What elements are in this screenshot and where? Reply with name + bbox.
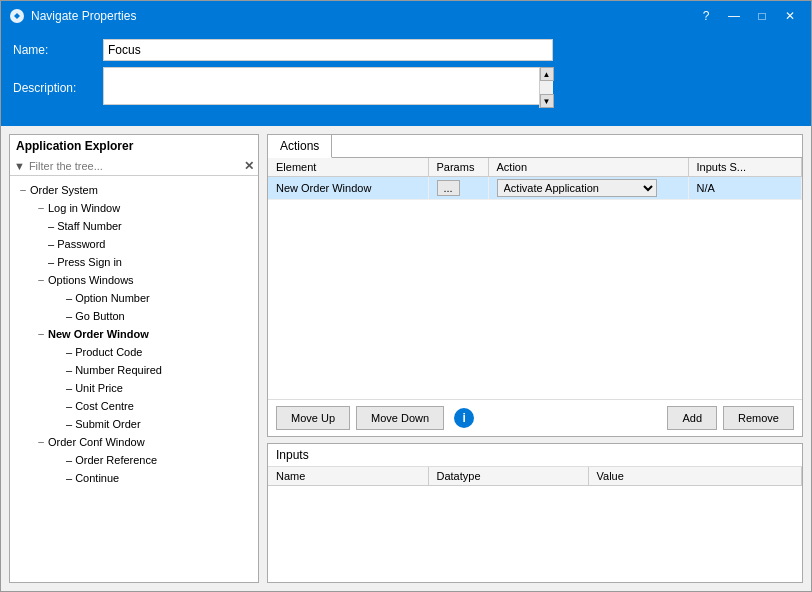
left-panel: Application Explorer ▼ ✕ – Order System … xyxy=(9,134,259,583)
tree-row-staff-number[interactable]: – Staff Number xyxy=(32,217,254,235)
close-button[interactable]: ✕ xyxy=(777,6,803,26)
filter-row: ▼ ✕ xyxy=(10,157,258,176)
filter-icon: ▼ xyxy=(14,160,25,172)
tree-label-product-code: – Product Code xyxy=(66,343,142,361)
window-controls: ? — □ ✕ xyxy=(693,6,803,26)
name-row: Name: xyxy=(13,39,799,61)
name-label: Name: xyxy=(13,43,103,57)
action-bar: Move Up Move Down i Add Remove xyxy=(268,399,802,436)
scroll-down-arrow[interactable]: ▼ xyxy=(540,94,554,108)
name-input[interactable] xyxy=(103,39,553,61)
tree-label-order-conf-window: Order Conf Window xyxy=(48,433,145,451)
tree-label-go-button: – Go Button xyxy=(66,307,125,325)
tree-row-go-button[interactable]: – Go Button xyxy=(50,307,254,325)
tab-bar: Actions xyxy=(268,135,802,158)
description-scrollbar[interactable]: ▲ ▼ xyxy=(539,67,553,108)
inputs-table-wrap: Name Datatype Value xyxy=(268,467,802,582)
tree-row-new-order-window[interactable]: – New Order Window xyxy=(32,325,254,343)
filter-clear-button[interactable]: ✕ xyxy=(244,159,254,173)
window-title: Navigate Properties xyxy=(31,9,693,23)
right-panel: Actions Element Params Action Inputs S..… xyxy=(267,134,803,583)
action-select[interactable]: Activate Application xyxy=(497,179,657,197)
tree-label-order-reference: – Order Reference xyxy=(66,451,157,469)
tree: – Order System – Log in Window – Staff N… xyxy=(10,176,258,582)
tree-row-option-number[interactable]: – Option Number xyxy=(50,289,254,307)
minimize-button[interactable]: — xyxy=(721,6,747,26)
cell-inputs: N/A xyxy=(688,177,802,200)
tree-label-order-system: Order System xyxy=(30,181,98,199)
tree-label-new-order-window: New Order Window xyxy=(48,325,149,343)
tree-label-password: – Password xyxy=(48,235,105,253)
actions-tab-panel: Actions Element Params Action Inputs S..… xyxy=(267,134,803,437)
subtree-order-system: – Log in Window – Staff Number – Passwor… xyxy=(14,199,254,487)
cell-action: Activate Application xyxy=(488,177,688,200)
description-wrap: ▲ ▼ xyxy=(103,67,553,108)
scroll-up-arrow[interactable]: ▲ xyxy=(540,67,554,81)
col-element: Element xyxy=(268,158,428,177)
expand-icon-options: – xyxy=(34,271,48,289)
description-label: Description: xyxy=(13,81,103,95)
subtree-order-conf: – Order Reference – Continue xyxy=(32,451,254,487)
cell-element: New Order Window xyxy=(268,177,428,200)
tree-row-product-code[interactable]: – Product Code xyxy=(50,343,254,361)
tree-row-unit-price[interactable]: – Unit Price xyxy=(50,379,254,397)
col-inputs: Inputs S... xyxy=(688,158,802,177)
expand-icon-order-system: – xyxy=(16,181,30,199)
inputs-table-header: Name Datatype Value xyxy=(268,467,802,486)
content-area: Application Explorer ▼ ✕ – Order System … xyxy=(1,126,811,591)
header-area: Name: Description: ▲ ▼ xyxy=(1,31,811,126)
tree-row-options-windows[interactable]: – Options Windows xyxy=(32,271,254,289)
description-input[interactable] xyxy=(103,67,553,105)
tree-label-cost-centre: – Cost Centre xyxy=(66,397,134,415)
inputs-table: Name Datatype Value xyxy=(268,467,802,486)
help-button[interactable]: ? xyxy=(693,6,719,26)
tree-label-staff-number: – Staff Number xyxy=(48,217,122,235)
tree-row-submit-order[interactable]: – Submit Order xyxy=(50,415,254,433)
inputs-col-name: Name xyxy=(268,467,428,486)
tree-label-continue: – Continue xyxy=(66,469,119,487)
tree-row-order-system[interactable]: – Order System xyxy=(14,181,254,199)
tree-row-log-in-window[interactable]: – Log in Window xyxy=(32,199,254,217)
table-row[interactable]: New Order Window ... Activate Applicatio… xyxy=(268,177,802,200)
tree-label-option-number: – Option Number xyxy=(66,289,150,307)
col-params: Params xyxy=(428,158,488,177)
description-row: Description: ▲ ▼ xyxy=(13,67,799,108)
actions-table-body: New Order Window ... Activate Applicatio… xyxy=(268,177,802,200)
remove-button[interactable]: Remove xyxy=(723,406,794,430)
subtree-new-order: – Product Code – Number Required – Unit … xyxy=(32,343,254,433)
actions-table-header: Element Params Action Inputs S... xyxy=(268,158,802,177)
app-icon xyxy=(9,8,25,24)
col-action: Action xyxy=(488,158,688,177)
move-up-button[interactable]: Move Up xyxy=(276,406,350,430)
tree-row-continue[interactable]: – Continue xyxy=(50,469,254,487)
maximize-button[interactable]: □ xyxy=(749,6,775,26)
tree-label-number-required: – Number Required xyxy=(66,361,162,379)
inputs-title: Inputs xyxy=(268,444,802,467)
subtree-options: – Option Number – Go Button xyxy=(32,289,254,325)
tree-row-order-conf-window[interactable]: – Order Conf Window xyxy=(32,433,254,451)
tree-row-password[interactable]: – Password xyxy=(32,235,254,253)
title-bar: Navigate Properties ? — □ ✕ xyxy=(1,1,811,31)
tree-row-order-reference[interactable]: – Order Reference xyxy=(50,451,254,469)
inputs-col-datatype: Datatype xyxy=(428,467,588,486)
tree-row-cost-centre[interactable]: – Cost Centre xyxy=(50,397,254,415)
tab-actions[interactable]: Actions xyxy=(268,135,332,158)
cell-params: ... xyxy=(428,177,488,200)
main-window: Navigate Properties ? — □ ✕ Name: Descri… xyxy=(0,0,812,592)
actions-table-container: Element Params Action Inputs S... New Or… xyxy=(268,158,802,399)
filter-input[interactable] xyxy=(29,160,244,172)
tree-label-submit-order: – Submit Order xyxy=(66,415,141,433)
expand-icon-new-order: – xyxy=(34,325,48,343)
tree-row-press-sign-in[interactable]: – Press Sign in xyxy=(32,253,254,271)
expand-icon-login: – xyxy=(34,199,48,217)
info-icon: i xyxy=(454,408,474,428)
params-button[interactable]: ... xyxy=(437,180,460,196)
tree-label-log-in-window: Log in Window xyxy=(48,199,120,217)
inputs-panel: Inputs Name Datatype Value xyxy=(267,443,803,583)
add-button[interactable]: Add xyxy=(667,406,717,430)
move-down-button[interactable]: Move Down xyxy=(356,406,444,430)
tree-label-unit-price: – Unit Price xyxy=(66,379,123,397)
tree-row-number-required[interactable]: – Number Required xyxy=(50,361,254,379)
expand-icon-order-conf: – xyxy=(34,433,48,451)
tree-label-press-sign-in: – Press Sign in xyxy=(48,253,122,271)
